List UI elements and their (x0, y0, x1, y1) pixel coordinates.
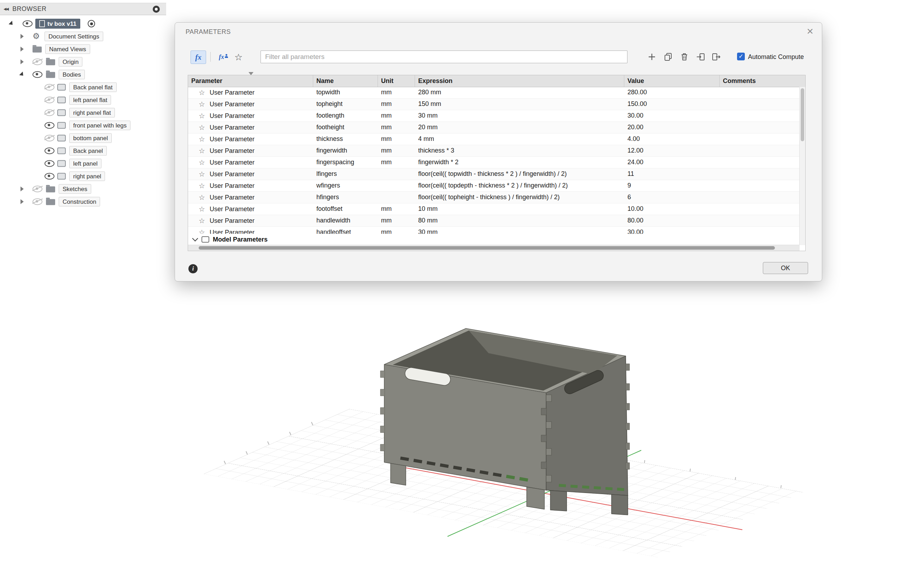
parameter-expression[interactable]: floor(ceil(( topdepth - thickness * 2 ) … (415, 180, 624, 192)
favorite-star-icon[interactable]: ☆ (199, 87, 205, 98)
column-header-expression[interactable]: Expression (415, 75, 624, 87)
parameter-expression[interactable]: floor(ceil(( topwidth - thickness * 2 ) … (415, 169, 624, 180)
visibility-eye-icon[interactable] (45, 148, 54, 154)
add-user-parameter-icon[interactable]: fx (216, 51, 231, 63)
visibility-eye-icon[interactable] (45, 84, 54, 91)
sidebar-item-document-settings[interactable]: Document Settings (45, 32, 103, 41)
parameter-comment[interactable] (720, 215, 800, 226)
table-row[interactable]: ☆User Parameter footoffset mm 10 mm 10.0… (188, 203, 800, 215)
favorites-filter-icon[interactable]: ☆ (234, 51, 242, 63)
column-header-value[interactable]: Value (624, 75, 720, 87)
favorite-star-icon[interactable]: ☆ (199, 169, 205, 180)
table-row[interactable]: ☆User Parameter thickness mm 4 mm 4.00 (188, 133, 800, 145)
close-icon[interactable]: × (807, 25, 813, 37)
parameter-expression[interactable]: 20 mm (415, 122, 624, 133)
visibility-eye-icon[interactable] (45, 160, 54, 167)
table-row[interactable]: ☆User Parameter wfingers floor(ceil(( to… (188, 180, 800, 192)
column-header-name[interactable]: Name (313, 75, 378, 87)
visibility-eye-icon[interactable] (45, 173, 54, 180)
visibility-eye-icon[interactable] (45, 122, 54, 129)
table-row[interactable]: ☆User Parameter hfingers floor(ceil(( to… (188, 192, 800, 203)
parameter-expression[interactable]: 280 mm (415, 87, 624, 98)
table-row[interactable]: ☆User Parameter lfingers floor(ceil(( to… (188, 169, 800, 180)
sidebar-item-origin[interactable]: Origin (59, 57, 82, 67)
sidebar-item-root-document[interactable]: tv box v11 (35, 19, 80, 29)
visibility-eye-icon[interactable] (23, 20, 33, 27)
vertical-scrollbar-thumb[interactable] (801, 88, 804, 141)
favorite-star-icon[interactable]: ☆ (199, 157, 205, 168)
table-row[interactable]: ☆User Parameter handlewidth mm 80 mm 80.… (188, 215, 800, 227)
expand-arrow-icon[interactable] (20, 199, 24, 204)
expand-arrow-icon[interactable] (20, 186, 24, 192)
filter-input[interactable] (261, 51, 627, 63)
column-header-parameter[interactable]: Parameter (188, 75, 313, 87)
expand-arrow-icon[interactable] (20, 46, 24, 51)
column-header-unit[interactable]: Unit (378, 75, 415, 87)
table-row[interactable]: ☆User Parameter topheight mm 150 mm 150.… (188, 99, 800, 110)
fx-filter-button[interactable]: fx (191, 51, 206, 64)
collapse-chevrons-icon[interactable]: ◀◀ (3, 7, 8, 11)
parameter-comment[interactable] (720, 145, 800, 156)
favorite-star-icon[interactable]: ☆ (199, 111, 205, 121)
favorite-star-icon[interactable]: ☆ (199, 215, 205, 226)
column-header-comments[interactable]: Comments (720, 75, 805, 87)
import-csv-icon[interactable] (696, 52, 705, 62)
parameter-comment[interactable] (720, 203, 800, 215)
sidebar-item-construction[interactable]: Construction (59, 197, 100, 207)
parameter-comment[interactable] (720, 133, 800, 145)
sidebar-item-sketches[interactable]: Sketches (59, 184, 91, 194)
browser-collapse-icon[interactable] (153, 6, 160, 13)
favorite-star-icon[interactable]: ☆ (199, 99, 205, 110)
parameter-comment[interactable] (720, 192, 800, 203)
parameter-comment[interactable] (720, 87, 800, 98)
parameter-expression[interactable]: 10 mm (415, 203, 624, 215)
ok-button[interactable]: OK (763, 262, 808, 274)
sidebar-item-body[interactable]: front panel with legs (69, 121, 130, 130)
expand-arrow-icon[interactable] (8, 21, 14, 26)
favorite-star-icon[interactable]: ☆ (199, 122, 205, 133)
parameter-expression[interactable]: 30 mm (415, 110, 624, 121)
sidebar-item-body[interactable]: right panel flat (69, 108, 115, 118)
table-row[interactable]: ☆User Parameter footlength mm 30 mm 30.0… (188, 110, 800, 122)
favorite-star-icon[interactable]: ☆ (199, 134, 205, 145)
sidebar-item-named-views[interactable]: Named Views (45, 45, 90, 54)
parameter-expression[interactable]: 80 mm (415, 215, 624, 226)
favorite-star-icon[interactable]: ☆ (199, 192, 205, 203)
parameter-expression[interactable]: 4 mm (415, 133, 624, 145)
table-row[interactable]: ☆User Parameter footheight mm 20 mm 20.0… (188, 122, 800, 133)
visibility-eye-icon[interactable] (33, 71, 42, 78)
sidebar-item-body[interactable]: Back panel flat (69, 83, 116, 92)
sidebar-item-body[interactable]: Back panel (69, 146, 107, 156)
sidebar-item-body[interactable]: left panel (69, 159, 101, 169)
parameter-comment[interactable] (720, 180, 800, 192)
sidebar-item-body[interactable]: left panel flat (69, 95, 111, 105)
visibility-eye-icon[interactable] (33, 59, 42, 65)
delete-icon[interactable] (680, 52, 689, 62)
export-csv-icon[interactable] (712, 52, 721, 62)
info-icon[interactable]: i (188, 264, 198, 273)
parameter-expression[interactable]: floor(ceil(( topheight - thickness ) / f… (415, 192, 624, 203)
parameter-expression[interactable]: 150 mm (415, 99, 624, 110)
vertical-scrollbar[interactable] (799, 87, 805, 245)
automatic-compute-checkbox[interactable]: ✓ (737, 53, 745, 60)
sidebar-item-body[interactable]: bottom panel (69, 133, 112, 143)
horizontal-scrollbar-thumb[interactable] (199, 246, 775, 250)
add-parameter-icon[interactable] (647, 52, 656, 62)
parameter-comment[interactable] (720, 157, 800, 168)
visibility-eye-icon[interactable] (33, 186, 42, 192)
parameter-comment[interactable] (720, 169, 800, 180)
visibility-eye-icon[interactable] (45, 97, 54, 104)
favorite-star-icon[interactable]: ☆ (199, 181, 205, 192)
chevron-down-icon[interactable] (192, 235, 198, 241)
activate-component-icon[interactable] (88, 20, 95, 28)
horizontal-scrollbar[interactable] (188, 245, 800, 251)
favorite-star-icon[interactable]: ☆ (199, 204, 205, 215)
expand-arrow-icon[interactable] (20, 34, 24, 39)
favorite-star-icon[interactable]: ☆ (199, 145, 205, 156)
visibility-eye-icon[interactable] (45, 135, 54, 142)
parameter-expression[interactable]: fingerwidth * 2 (415, 157, 624, 168)
sidebar-item-body[interactable]: right panel (69, 172, 105, 181)
table-row[interactable]: ☆User Parameter topwidth mm 280 mm 280.0… (188, 87, 800, 99)
parameter-comment[interactable] (720, 110, 800, 121)
table-row[interactable]: ☆User Parameter fingerwidth mm thickness… (188, 145, 800, 157)
